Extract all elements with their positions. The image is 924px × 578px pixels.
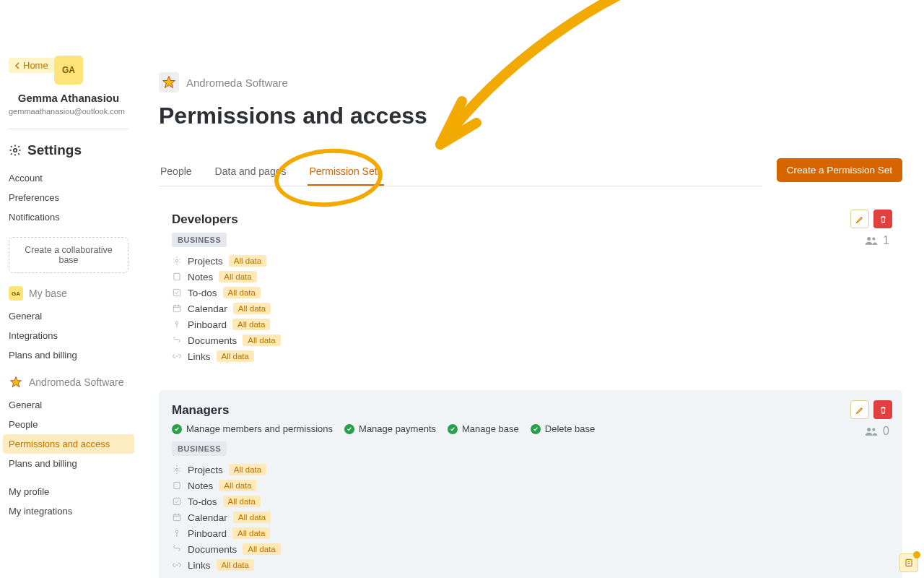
note-icon — [904, 558, 914, 568]
nav-mybase-integrations[interactable]: Integrations — [9, 326, 128, 345]
main-content: Andromeda Software Permissions and acces… — [137, 0, 924, 578]
feature-calendar: CalendarAll data — [172, 509, 889, 525]
nav-my-profile[interactable]: My profile — [9, 482, 128, 501]
svg-point-3 — [867, 237, 871, 241]
edit-button[interactable] — [850, 210, 869, 228]
workspace-heading: Andromeda Software — [9, 375, 128, 389]
svg-point-4 — [872, 237, 875, 240]
nav-my-integrations[interactable]: My integrations — [9, 501, 128, 521]
gear-icon — [9, 144, 22, 157]
svg-rect-8 — [173, 306, 180, 312]
workspace-name: Andromeda Software — [186, 77, 288, 89]
tab-permission-sets[interactable]: Permission Sets — [308, 158, 383, 186]
card-actions — [850, 210, 892, 228]
nav-ws-people[interactable]: People — [9, 415, 128, 434]
create-permission-set-button[interactable]: Create a Permission Set — [777, 158, 902, 182]
member-count: 0 — [864, 425, 889, 438]
svg-rect-13 — [174, 482, 180, 488]
card-title: Managers — [172, 403, 889, 418]
people-icon — [864, 426, 879, 437]
workspace-star-icon — [159, 72, 179, 92]
all-data-pill: All data — [229, 255, 266, 267]
card-actions — [850, 400, 892, 419]
svg-rect-6 — [174, 273, 180, 280]
my-base-heading: GA My base — [9, 286, 128, 301]
nav-account[interactable]: Account — [9, 168, 128, 188]
home-link[interactable]: Home — [9, 58, 54, 73]
permission-set-card: 0 Managers Manage members and permission… — [159, 390, 902, 578]
permission-set-card: 1 Developers BUSINESS ProjectsAll data N… — [159, 199, 902, 377]
sidebar: Home GA Gemma Athanasiou gemmaathanasiou… — [0, 0, 137, 578]
avatar: GA — [54, 56, 83, 85]
nav-ws-permissions[interactable]: Permissions and access — [3, 434, 134, 454]
mini-avatar: GA — [9, 286, 23, 301]
feature-todos: To-dosAll data — [172, 493, 889, 509]
feature-calendar: CalendarAll data — [172, 301, 889, 316]
feature-notes: NotesAll data — [172, 478, 889, 493]
home-label: Home — [23, 60, 48, 71]
svg-rect-15 — [173, 514, 180, 521]
svg-point-10 — [867, 428, 871, 431]
perm-item: Manage base — [448, 423, 519, 434]
create-base-button[interactable]: Create a collaborative base — [9, 237, 128, 273]
nav-ws-general[interactable]: General — [9, 395, 128, 415]
business-tag: BUSINESS — [172, 441, 227, 456]
tab-people[interactable]: People — [159, 158, 193, 186]
feature-documents: DocumentsAll data — [172, 541, 889, 557]
delete-button[interactable] — [873, 210, 892, 228]
feature-links: LinksAll data — [172, 557, 889, 573]
feature-projects: ProjectsAll data — [172, 253, 889, 269]
svg-point-0 — [14, 149, 17, 152]
svg-marker-1 — [11, 377, 22, 387]
perm-item: Manage members and permissions — [172, 423, 333, 434]
workspace-title-row: Andromeda Software — [159, 72, 902, 92]
admin-perms: Manage members and permissions Manage pa… — [172, 423, 889, 434]
delete-button[interactable] — [873, 400, 892, 419]
business-tag: BUSINESS — [172, 233, 227, 247]
star-icon — [9, 375, 23, 389]
user-email: gemmaathanasiou@outlook.com — [9, 107, 128, 116]
perm-item: Manage payments — [344, 423, 436, 434]
nav-notifications[interactable]: Notifications — [9, 207, 128, 227]
user-name: Gemma Athanasiou — [9, 92, 128, 104]
svg-point-11 — [872, 428, 875, 431]
feature-pinboard: PinboardAll data — [172, 525, 889, 541]
svg-point-5 — [175, 259, 178, 262]
feature-documents: DocumentsAll data — [172, 332, 889, 348]
svg-marker-2 — [163, 77, 175, 88]
chevron-left-icon — [14, 62, 20, 69]
edit-button[interactable] — [850, 400, 869, 419]
tabs: People Data and pages Permission Sets — [159, 158, 762, 186]
settings-heading: Settings — [9, 142, 128, 158]
people-icon — [864, 235, 879, 246]
feature-pinboard: PinboardAll data — [172, 316, 889, 332]
nav-mybase-billing[interactable]: Plans and billing — [9, 345, 128, 365]
svg-point-9 — [175, 322, 178, 324]
feature-todos: To-dosAll data — [172, 285, 889, 301]
tab-data-pages[interactable]: Data and pages — [214, 158, 288, 186]
feature-projects: ProjectsAll data — [172, 462, 889, 478]
page-title: Permissions and access — [159, 103, 902, 129]
divider — [9, 129, 128, 129]
nav-ws-billing[interactable]: Plans and billing — [9, 454, 128, 473]
card-title: Developers — [172, 212, 889, 227]
member-count: 1 — [864, 234, 889, 247]
nav-preferences[interactable]: Preferences — [9, 188, 128, 207]
svg-point-16 — [175, 530, 178, 533]
feature-links: LinksAll data — [172, 348, 889, 364]
svg-rect-14 — [173, 498, 180, 504]
floating-note-button[interactable] — [899, 553, 918, 572]
svg-rect-7 — [173, 289, 180, 296]
nav-mybase-general[interactable]: General — [9, 306, 128, 326]
svg-point-12 — [175, 468, 178, 471]
feature-notes: NotesAll data — [172, 269, 889, 285]
perm-item: Delete base — [531, 423, 595, 434]
